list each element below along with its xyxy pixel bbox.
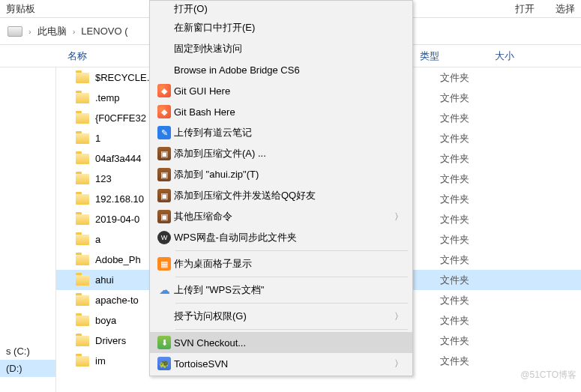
menu-item-label: 固定到快速访问: [174, 42, 406, 55]
menu-item-label: 添加到压缩文件并发送给QQ好友: [174, 189, 406, 202]
file-type: 文件夹: [440, 172, 469, 186]
file-type: 文件夹: [440, 132, 469, 145]
chevron-right-icon[interactable]: ›: [28, 27, 31, 36]
folder-icon: [76, 235, 89, 245]
column-size[interactable]: 大小: [495, 49, 514, 63]
menu-item[interactable]: ✎上传到有道云笔记: [150, 122, 412, 143]
menu-item-label: Browse in Adobe Bridge CS6: [174, 64, 406, 76]
menu-item[interactable]: 授予访问权限(G)〉: [150, 306, 412, 327]
svn-icon: ⬇: [154, 336, 174, 349]
folder-icon: [76, 133, 89, 144]
column-type[interactable]: 类型: [420, 49, 495, 63]
ribbon-right-group: 打开 选择: [515, 2, 575, 16]
folder-icon: [76, 113, 89, 124]
menu-item-label: 其他压缩命令: [174, 210, 394, 223]
tort-icon: 🐢: [154, 357, 174, 370]
menu-item[interactable]: 🐢TortoiseSVN〉: [150, 353, 412, 374]
file-type: 文件夹: [440, 314, 469, 328]
folder-icon: [76, 255, 89, 265]
menu-item[interactable]: ▣其他压缩命令〉: [150, 206, 412, 227]
drive-c[interactable]: s (C:): [0, 343, 55, 360]
menu-item-label: 在新窗口中打开(E): [174, 21, 406, 34]
menu-item[interactable]: ◆Git GUI Here: [150, 80, 412, 101]
menu-item[interactable]: ⬇SVN Checkout...: [150, 332, 412, 353]
menu-separator: [175, 250, 408, 251]
file-type: 文件夹: [440, 355, 469, 368]
rar-icon: ▣: [154, 210, 174, 223]
menu-item[interactable]: ◆Git Bash Here: [150, 101, 412, 122]
file-type: 文件夹: [440, 152, 469, 166]
folder-icon: [76, 356, 89, 367]
rar-icon: ▣: [154, 168, 174, 181]
folder-icon: [76, 295, 89, 306]
breadcrumb-this-pc[interactable]: 此电脑: [37, 25, 67, 38]
menu-item-label: 作为桌面格子显示: [174, 257, 406, 271]
context-menu: 打开(O) 在新窗口中打开(E)固定到快速访问Browse in Adobe B…: [149, 0, 413, 376]
menu-item-open-cut[interactable]: 打开(O): [150, 2, 412, 17]
folder-icon: [76, 93, 89, 103]
clipboard-group-label: 剪贴板: [6, 2, 35, 16]
chevron-right-icon[interactable]: ›: [73, 27, 76, 36]
folder-icon: [76, 336, 89, 346]
folder-icon: [76, 154, 89, 164]
chevron-right-icon: 〉: [394, 211, 406, 223]
menu-item-label: 上传到 "WPS云文档": [174, 283, 406, 297]
file-type: 文件夹: [440, 112, 469, 125]
folder-icon: [76, 275, 89, 286]
rar-icon: ▣: [154, 147, 174, 160]
open-group-label: 打开: [515, 2, 535, 16]
folder-icon: [76, 316, 89, 326]
select-group-label: 选择: [556, 2, 575, 16]
note-icon: ✎: [154, 126, 174, 139]
menu-item[interactable]: 在新窗口中打开(E): [150, 17, 412, 38]
folder-icon: [76, 214, 89, 225]
chevron-right-icon: 〉: [394, 310, 406, 323]
menu-item[interactable]: 固定到快速访问: [150, 38, 412, 59]
grid-icon: ▦: [154, 257, 174, 271]
file-type: 文件夹: [440, 233, 469, 247]
drive-d[interactable]: (D:): [0, 360, 55, 377]
menu-item[interactable]: ▦作为桌面格子显示: [150, 253, 412, 274]
menu-item[interactable]: ▣添加到压缩文件并发送给QQ好友: [150, 185, 412, 206]
menu-item-label: 添加到 "ahui.zip"(T): [174, 168, 406, 181]
chevron-right-icon: 〉: [394, 358, 406, 370]
menu-item-label: TortoiseSVN: [174, 358, 394, 370]
menu-separator: [175, 329, 408, 330]
menu-separator: [175, 303, 408, 304]
wps-icon: W: [154, 231, 174, 244]
menu-item-label: Git GUI Here: [174, 85, 406, 97]
rar-icon: ▣: [154, 189, 174, 202]
menu-item-label: Git Bash Here: [174, 106, 406, 118]
menu-item[interactable]: Browse in Adobe Bridge CS6: [150, 59, 412, 80]
file-type: 文件夹: [440, 253, 469, 267]
file-type: 文件夹: [440, 274, 469, 287]
menu-item-label: 上传到有道云笔记: [174, 126, 406, 139]
drive-icon: [7, 26, 22, 37]
file-type: 文件夹: [440, 213, 469, 226]
menu-item[interactable]: ▣添加到 "ahui.zip"(T): [150, 164, 412, 185]
menu-item[interactable]: ☁上传到 "WPS云文档": [150, 280, 412, 301]
folder-icon: [76, 73, 89, 83]
menu-item-label: WPS网盘-自动同步此文件夹: [174, 231, 406, 244]
menu-separator: [175, 277, 408, 277]
menu-item-label: SVN Checkout...: [174, 337, 406, 349]
menu-item-label: 添加到压缩文件(A) ...: [174, 147, 406, 160]
cloud-icon: ☁: [154, 283, 174, 297]
git-icon: ◆: [154, 84, 174, 97]
file-type: 文件夹: [440, 294, 469, 307]
menu-item-label: 授予访问权限(G): [174, 310, 394, 323]
nav-tree: s (C:) (D:): [0, 67, 56, 392]
file-type: 文件夹: [440, 91, 469, 105]
file-type: 文件夹: [440, 71, 469, 85]
git-icon: ◆: [154, 105, 174, 118]
menu-item[interactable]: WWPS网盘-自动同步此文件夹: [150, 227, 412, 248]
folder-icon: [76, 194, 89, 205]
menu-item[interactable]: ▣添加到压缩文件(A) ...: [150, 143, 412, 164]
file-type: 文件夹: [440, 334, 469, 348]
watermark: @51CTO博客: [520, 369, 577, 382]
breadcrumb-drive[interactable]: LENOVO (: [81, 25, 127, 37]
file-type: 文件夹: [440, 193, 469, 206]
folder-icon: [76, 174, 89, 184]
